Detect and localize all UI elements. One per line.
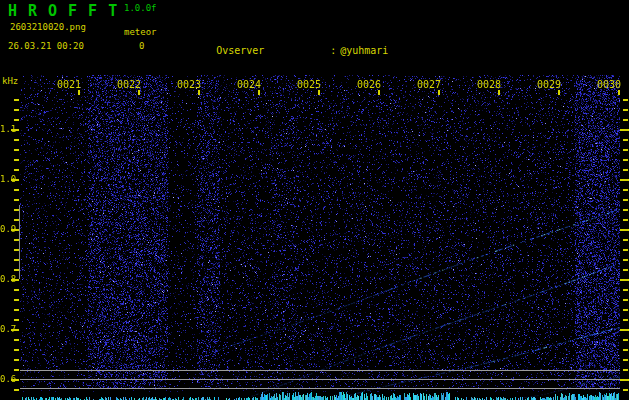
time-tick bbox=[318, 90, 320, 95]
freq-tick bbox=[623, 359, 628, 361]
info-colon: : bbox=[330, 44, 340, 58]
freq-tick bbox=[623, 139, 628, 141]
freq-tick bbox=[623, 209, 628, 211]
freq-tick bbox=[623, 339, 628, 341]
freq-tick-label: 0.6 bbox=[0, 374, 13, 384]
info-value: @yuhmari bbox=[340, 45, 388, 56]
freq-tick-label: 1.1 bbox=[0, 124, 13, 134]
output-filename: 2603210020.png bbox=[10, 22, 86, 32]
time-tick-label: 0022 bbox=[115, 79, 143, 90]
freq-tick bbox=[14, 169, 19, 171]
info-label: Ovserver bbox=[216, 44, 330, 58]
freq-tick-label: 1.0 bbox=[0, 174, 13, 184]
freq-tick bbox=[620, 329, 629, 331]
freq-tick bbox=[623, 249, 628, 251]
time-tick bbox=[198, 90, 200, 95]
detection-band-line bbox=[20, 388, 620, 389]
freq-tick bbox=[14, 289, 19, 291]
freq-tick bbox=[623, 219, 628, 221]
time-tick bbox=[618, 90, 620, 95]
observation-datetime: 26.03.21 00:20 bbox=[8, 41, 84, 51]
freq-tick bbox=[623, 319, 628, 321]
freq-tick bbox=[623, 309, 628, 311]
freq-tick bbox=[623, 149, 628, 151]
time-tick-label: 0024 bbox=[235, 79, 263, 90]
freq-tick bbox=[620, 279, 629, 281]
time-tick-label: 0028 bbox=[475, 79, 503, 90]
spectrogram-canvas bbox=[20, 75, 620, 400]
info-row-observer: Ovserver:@yuhmari bbox=[180, 30, 587, 44]
time-tick bbox=[438, 90, 440, 95]
time-tick bbox=[138, 90, 140, 95]
freq-tick bbox=[623, 199, 628, 201]
freq-tick bbox=[14, 189, 19, 191]
freq-tick bbox=[14, 139, 19, 141]
time-tick bbox=[378, 90, 380, 95]
freq-tick bbox=[14, 109, 19, 111]
freq-tick bbox=[620, 229, 629, 231]
time-tick-label: 0030 bbox=[595, 79, 623, 90]
time-tick bbox=[498, 90, 500, 95]
freq-tick-label: 0.8 bbox=[0, 274, 13, 284]
freq-tick bbox=[623, 299, 628, 301]
freq-tick bbox=[620, 129, 629, 131]
time-tick-label: 0026 bbox=[355, 79, 383, 90]
freq-tick bbox=[14, 389, 19, 391]
time-tick-label: 0027 bbox=[415, 79, 443, 90]
meteor-count-value: 0 bbox=[139, 41, 144, 51]
freq-tick bbox=[623, 159, 628, 161]
freq-tick bbox=[623, 169, 628, 171]
freq-tick bbox=[623, 119, 628, 121]
freq-tick bbox=[14, 309, 19, 311]
freq-tick bbox=[14, 349, 19, 351]
time-tick bbox=[78, 90, 80, 95]
freq-tick bbox=[14, 339, 19, 341]
freq-tick bbox=[620, 379, 629, 381]
time-tick-label: 0029 bbox=[535, 79, 563, 90]
freq-tick-label: 0.9 bbox=[0, 224, 13, 234]
freq-axis-unit-label: kHz bbox=[2, 76, 18, 86]
detection-band-line bbox=[20, 379, 620, 380]
freq-tick bbox=[623, 109, 628, 111]
freq-tick bbox=[623, 259, 628, 261]
freq-tick bbox=[14, 319, 19, 321]
hrofft-window: HROFFT 1.0.0f 2603210020.png meteor 26.0… bbox=[0, 0, 629, 400]
freq-tick bbox=[14, 359, 19, 361]
freq-tick bbox=[14, 149, 19, 151]
freq-tick bbox=[14, 369, 19, 371]
freq-tick bbox=[14, 199, 19, 201]
time-tick bbox=[258, 90, 260, 95]
freq-tick bbox=[14, 299, 19, 301]
app-title: HROFFT bbox=[8, 2, 128, 20]
freq-tick bbox=[14, 99, 19, 101]
scale-bar bbox=[19, 205, 20, 279]
freq-tick bbox=[623, 289, 628, 291]
freq-tick bbox=[14, 119, 19, 121]
time-tick-label: 0023 bbox=[175, 79, 203, 90]
freq-tick bbox=[623, 349, 628, 351]
freq-tick bbox=[620, 179, 629, 181]
detection-band-line bbox=[20, 370, 620, 371]
freq-tick bbox=[623, 189, 628, 191]
freq-tick bbox=[14, 159, 19, 161]
freq-tick bbox=[623, 239, 628, 241]
freq-tick bbox=[623, 389, 628, 391]
time-tick bbox=[558, 90, 560, 95]
time-tick-label: 0025 bbox=[295, 79, 323, 90]
freq-tick-label: 0.7 bbox=[0, 324, 13, 334]
freq-tick bbox=[623, 269, 628, 271]
freq-tick bbox=[623, 99, 628, 101]
freq-tick bbox=[623, 369, 628, 371]
app-version: 1.0.0f bbox=[124, 3, 157, 13]
meteor-count-label: meteor bbox=[124, 27, 157, 37]
time-tick-label: 0021 bbox=[55, 79, 83, 90]
